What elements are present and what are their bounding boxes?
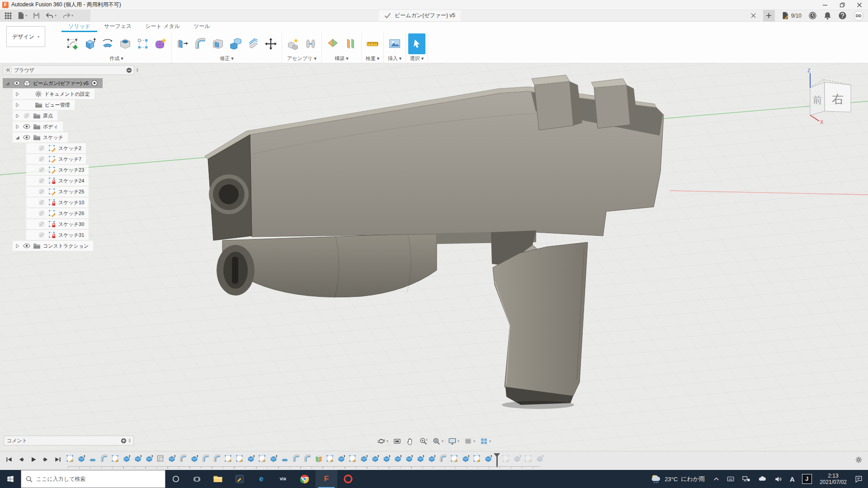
taskbar-clock[interactable]: 2:13 2021/07/02: [816, 473, 850, 485]
eye-off-icon[interactable]: [38, 166, 46, 174]
ime-mode-icon[interactable]: A: [787, 470, 798, 488]
comment-bar[interactable]: コメント ‖: [4, 436, 134, 446]
job-status-clock-icon[interactable]: [808, 11, 817, 20]
nav-grid-display-button[interactable]: ▾: [462, 436, 476, 446]
tool-measure-button[interactable]: [364, 33, 381, 54]
timeline-feature-extrude[interactable]: [145, 455, 153, 463]
timeline-feature-fillet[interactable]: [213, 455, 221, 463]
eye-off-icon[interactable]: [38, 198, 46, 206]
ribbon-tab-2[interactable]: サーフェス: [97, 22, 138, 32]
tri-c-icon[interactable]: [14, 243, 20, 249]
ime-language-icon[interactable]: J: [799, 470, 815, 488]
eye-off-icon[interactable]: [38, 188, 46, 196]
timeline-feature-extrude[interactable]: [382, 455, 391, 463]
timeline-feature-extrude[interactable]: [394, 455, 402, 463]
browser-item-7[interactable]: スケッチ7: [3, 154, 138, 164]
timeline-feature-extrude[interactable]: [360, 455, 368, 463]
timeline-feature-fillet[interactable]: [202, 455, 210, 463]
timeline-feature-sketch-pending[interactable]: [502, 455, 510, 463]
eye-off-icon[interactable]: [38, 231, 46, 239]
nav-viewports-button[interactable]: ▾: [478, 436, 492, 446]
eye-icon[interactable]: [23, 122, 31, 131]
document-counter[interactable]: 9/10: [782, 12, 802, 19]
taskbar-search-box[interactable]: ここに入力して検索: [21, 470, 165, 488]
browser-item-5[interactable]: スケッチ: [3, 132, 138, 143]
tri-c-icon[interactable]: [14, 91, 20, 97]
timeline-feature-fillet[interactable]: [303, 455, 311, 463]
tool-sketch-button[interactable]: [64, 33, 81, 54]
browser-item-15[interactable]: コンストラクション: [3, 240, 138, 251]
browser-item-14[interactable]: スケッチ31: [3, 230, 138, 240]
tool-pattern-button[interactable]: [134, 33, 151, 54]
edge-browser-taskbar-icon[interactable]: e: [250, 470, 272, 488]
timeline-feature-extrude[interactable]: [134, 455, 142, 463]
weather-widget[interactable]: 23°C にわか雨: [646, 474, 709, 484]
timeline-feature-sketch[interactable]: [473, 455, 481, 463]
cortana-button[interactable]: [165, 470, 186, 488]
tool-revolve-button[interactable]: [99, 33, 116, 54]
onedrive-icon[interactable]: [755, 470, 770, 488]
eye-icon[interactable]: [23, 133, 31, 141]
browser-item-13[interactable]: スケッチ30: [3, 219, 138, 230]
eye-off-icon[interactable]: [38, 209, 46, 217]
toolbar-group-label[interactable]: 修正 ▾: [174, 55, 279, 62]
browser-item-root[interactable]: ビームガン(ゼファー) v5: [3, 78, 138, 89]
new-document-button[interactable]: [763, 10, 775, 22]
timeline-feature-fillet[interactable]: [292, 455, 300, 463]
tri-e-icon[interactable]: [5, 80, 10, 86]
timeline-feature-shell[interactable]: [156, 455, 165, 463]
timeline-feature-extrude[interactable]: [428, 455, 436, 463]
nav-display-button[interactable]: ▾: [447, 436, 461, 446]
tool-hole-button[interactable]: [117, 33, 134, 54]
add-comment-icon[interactable]: [121, 438, 127, 444]
timeline-feature-sketch[interactable]: [258, 455, 266, 463]
viewport-3d[interactable]: 前 右 Z X ブラウザ ‖ ビームガン(ゼファー) v5ドキュメントの設定ビュ…: [0, 63, 868, 451]
timeline-feature-fillet[interactable]: [439, 455, 447, 463]
ribbon-tab-3[interactable]: シート メタル: [138, 22, 187, 32]
timeline-feature-fillet[interactable]: [179, 455, 187, 463]
timeline-feature-extrude[interactable]: [405, 455, 413, 463]
browser-item-6[interactable]: スケッチ2: [3, 143, 138, 154]
timeline-feature-sketch[interactable]: [450, 455, 458, 463]
timeline-feature-sketch[interactable]: [224, 455, 232, 463]
action-center-icon[interactable]: [851, 470, 866, 488]
browser-item-10[interactable]: スケッチ25: [3, 186, 138, 197]
toolbar-group-label[interactable]: アセンブリ ▾: [284, 55, 319, 62]
vix-app-taskbar-icon[interactable]: ViX: [272, 470, 294, 488]
nav-look-at-button[interactable]: [392, 436, 403, 446]
app-grid-icon[interactable]: [5, 12, 12, 19]
tool-offset-button[interactable]: [245, 33, 262, 54]
browser-item-3[interactable]: 原点: [3, 110, 138, 121]
timeline-step-forward-button[interactable]: [41, 455, 50, 464]
timeline-go-start-button[interactable]: [5, 455, 14, 464]
timeline-feature-sketch[interactable]: [349, 455, 357, 463]
timeline-play-button[interactable]: [29, 455, 38, 464]
tool-form-button[interactable]: [152, 33, 169, 54]
timeline-feature-extrude[interactable]: [462, 455, 470, 463]
timeline-feature-sketch[interactable]: [236, 455, 244, 463]
touch-keyboard-icon[interactable]: [723, 470, 738, 488]
start-button[interactable]: [0, 470, 21, 488]
tool-shell-button[interactable]: [209, 33, 226, 54]
tri-e-icon[interactable]: [14, 135, 20, 141]
collapse-panel-icon[interactable]: [5, 67, 11, 73]
timeline-feature-extrude[interactable]: [190, 455, 198, 463]
minimize-button[interactable]: [816, 0, 834, 9]
timeline-feature-extrude[interactable]: [123, 455, 131, 463]
network-icon[interactable]: [739, 470, 754, 488]
close-window-button[interactable]: [851, 0, 868, 9]
timeline-feature-extrude[interactable]: [247, 455, 255, 463]
volume-icon[interactable]: [771, 470, 786, 488]
browser-item-8[interactable]: スケッチ23: [3, 164, 138, 175]
comment-resize-handle[interactable]: ‖: [128, 438, 131, 443]
tool-press-pull-button[interactable]: [174, 33, 191, 54]
save-icon[interactable]: [33, 12, 40, 19]
panel-options-icon[interactable]: [126, 67, 132, 73]
eye-icon[interactable]: [13, 79, 21, 87]
tool-construct-axis-button[interactable]: [342, 33, 359, 54]
timeline-settings-gear-icon[interactable]: [855, 456, 863, 464]
tool-combine-button[interactable]: [227, 33, 244, 54]
nav-fit-button[interactable]: ▾: [431, 436, 445, 446]
panel-resize-handle[interactable]: ‖: [136, 67, 138, 73]
timeline-feature-extrude-pending[interactable]: [513, 455, 521, 463]
